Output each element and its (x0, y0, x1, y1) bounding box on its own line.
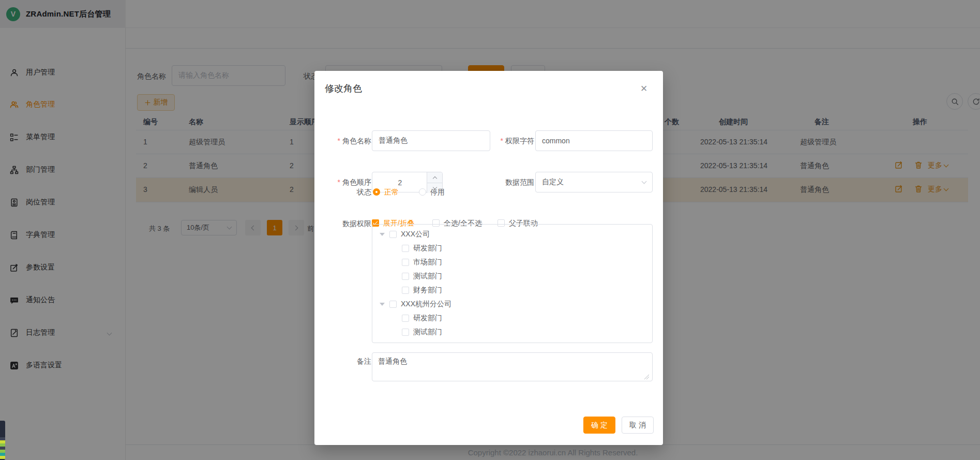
perm-char-label: 权限字符 (493, 137, 534, 146)
status-radio-normal[interactable] (373, 188, 380, 196)
select-value: 自定义 (542, 177, 564, 187)
department-tree: XXX公司 研发部门 市场部门 测试部门 财务部门 XXX杭州分公司 (372, 224, 653, 343)
chevron-down-icon (642, 179, 647, 184)
status-option-disabled[interactable]: 停用 (430, 188, 445, 197)
chevron-up-icon (432, 176, 436, 180)
edit-role-dialog: 修改角色 ✕ 角色名称 普通角色 权限字符 common 角色顺序 2 数据范围… (314, 71, 663, 445)
role-name-label: 角色名称 (325, 137, 371, 146)
status-option-normal[interactable]: 正常 (384, 188, 399, 197)
tree-node-company[interactable]: XXX杭州分公司 (372, 297, 652, 311)
tree-node-label: 研发部门 (413, 244, 442, 253)
tree-node-label: 市场部门 (413, 258, 442, 267)
remark-textarea[interactable]: 普通角色 (372, 352, 653, 381)
status-label: 状态 (325, 188, 371, 197)
cancel-button[interactable]: 取 消 (622, 417, 654, 434)
tree-checkbox[interactable] (402, 273, 409, 280)
confirm-button[interactable]: 确 定 (583, 417, 615, 434)
dialog-close-icon[interactable]: ✕ (640, 83, 647, 94)
tree-checkbox[interactable] (402, 329, 409, 336)
data-scope-select[interactable]: 自定义 (535, 172, 653, 192)
role-order-label: 角色顺序 (325, 178, 371, 187)
tree-node-label: 测试部门 (413, 272, 442, 281)
tree-node-dept[interactable]: 测试部门 (372, 269, 652, 283)
tree-checkbox[interactable] (389, 231, 397, 238)
status-radio-disabled[interactable] (419, 188, 426, 196)
tree-node-label: 测试部门 (413, 328, 442, 337)
tree-caret-down-icon[interactable] (380, 303, 385, 306)
app-window: V ZRAdmin.NET后台管理 控制台 系统管理 系统监控 系统工具 官网地… (0, 0, 980, 460)
tree-node-dept[interactable]: 研发部门 (372, 311, 652, 325)
tree-node-dept[interactable]: 财务部门 (372, 283, 652, 297)
tree-checkbox[interactable] (402, 259, 409, 266)
dialog-title: 修改角色 (325, 82, 362, 95)
tree-checkbox[interactable] (402, 287, 409, 294)
data-scope-label: 数据范围 (493, 178, 534, 187)
tree-checkbox[interactable] (402, 315, 409, 322)
tree-node-company[interactable]: XXX公司 (372, 227, 652, 241)
tree-node-label: 财务部门 (413, 286, 442, 295)
data-perm-label: 数据权限 (325, 219, 371, 229)
perm-char-input[interactable]: common (535, 130, 653, 151)
tree-node-dept[interactable]: 市场部门 (372, 255, 652, 269)
tree-checkbox[interactable] (389, 301, 397, 308)
tree-caret-down-icon[interactable] (380, 233, 385, 236)
input-value: common (542, 137, 570, 145)
tree-node-dept[interactable]: 测试部门 (372, 325, 652, 339)
tree-node-label: XXX杭州分公司 (401, 300, 451, 309)
input-value: 普通角色 (379, 136, 408, 145)
role-name-input[interactable]: 普通角色 (372, 130, 490, 151)
textarea-resize-grip[interactable] (644, 374, 649, 379)
stepper-up-button[interactable] (427, 172, 442, 183)
tree-node-dept[interactable]: 研发部门 (372, 241, 652, 255)
remark-label: 备注 (325, 357, 371, 366)
dev-widget (0, 421, 5, 460)
tree-node-label: 研发部门 (413, 314, 442, 323)
tree-checkbox[interactable] (402, 245, 409, 252)
tree-node-label: XXX公司 (401, 230, 430, 239)
